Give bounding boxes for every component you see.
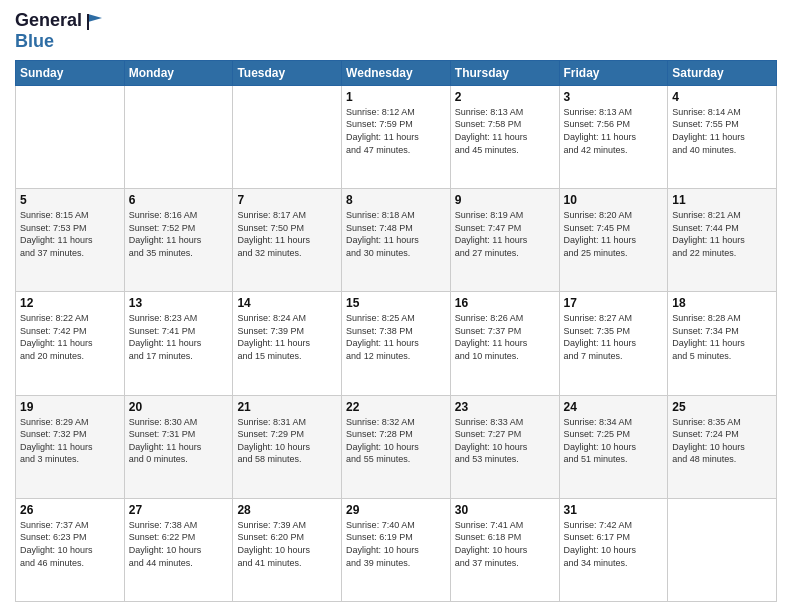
day-info: Sunrise: 8:28 AM Sunset: 7:34 PM Dayligh… (672, 312, 772, 362)
day-info: Sunrise: 8:34 AM Sunset: 7:25 PM Dayligh… (564, 416, 664, 466)
day-number: 16 (455, 296, 555, 310)
calendar-cell: 22Sunrise: 8:32 AM Sunset: 7:28 PM Dayli… (342, 395, 451, 498)
day-info: Sunrise: 8:20 AM Sunset: 7:45 PM Dayligh… (564, 209, 664, 259)
calendar-cell: 29Sunrise: 7:40 AM Sunset: 6:19 PM Dayli… (342, 498, 451, 601)
day-number: 1 (346, 90, 446, 104)
calendar-week-row: 1Sunrise: 8:12 AM Sunset: 7:59 PM Daylig… (16, 85, 777, 188)
day-number: 4 (672, 90, 772, 104)
day-number: 14 (237, 296, 337, 310)
calendar-cell: 28Sunrise: 7:39 AM Sunset: 6:20 PM Dayli… (233, 498, 342, 601)
calendar-week-row: 26Sunrise: 7:37 AM Sunset: 6:23 PM Dayli… (16, 498, 777, 601)
day-number: 24 (564, 400, 664, 414)
day-info: Sunrise: 8:22 AM Sunset: 7:42 PM Dayligh… (20, 312, 120, 362)
calendar-cell: 6Sunrise: 8:16 AM Sunset: 7:52 PM Daylig… (124, 189, 233, 292)
calendar-cell: 12Sunrise: 8:22 AM Sunset: 7:42 PM Dayli… (16, 292, 125, 395)
calendar-cell: 11Sunrise: 8:21 AM Sunset: 7:44 PM Dayli… (668, 189, 777, 292)
header: General Blue (15, 10, 777, 52)
day-info: Sunrise: 7:41 AM Sunset: 6:18 PM Dayligh… (455, 519, 555, 569)
calendar-cell: 10Sunrise: 8:20 AM Sunset: 7:45 PM Dayli… (559, 189, 668, 292)
calendar-week-row: 19Sunrise: 8:29 AM Sunset: 7:32 PM Dayli… (16, 395, 777, 498)
calendar-cell (233, 85, 342, 188)
calendar-cell: 26Sunrise: 7:37 AM Sunset: 6:23 PM Dayli… (16, 498, 125, 601)
weekday-header-monday: Monday (124, 60, 233, 85)
day-number: 30 (455, 503, 555, 517)
day-number: 27 (129, 503, 229, 517)
day-number: 19 (20, 400, 120, 414)
calendar-cell: 25Sunrise: 8:35 AM Sunset: 7:24 PM Dayli… (668, 395, 777, 498)
calendar-week-row: 5Sunrise: 8:15 AM Sunset: 7:53 PM Daylig… (16, 189, 777, 292)
calendar-cell: 8Sunrise: 8:18 AM Sunset: 7:48 PM Daylig… (342, 189, 451, 292)
calendar-cell: 31Sunrise: 7:42 AM Sunset: 6:17 PM Dayli… (559, 498, 668, 601)
day-number: 9 (455, 193, 555, 207)
day-info: Sunrise: 8:15 AM Sunset: 7:53 PM Dayligh… (20, 209, 120, 259)
calendar-cell (668, 498, 777, 601)
day-number: 29 (346, 503, 446, 517)
day-info: Sunrise: 8:33 AM Sunset: 7:27 PM Dayligh… (455, 416, 555, 466)
calendar-cell: 21Sunrise: 8:31 AM Sunset: 7:29 PM Dayli… (233, 395, 342, 498)
calendar-cell: 1Sunrise: 8:12 AM Sunset: 7:59 PM Daylig… (342, 85, 451, 188)
day-number: 8 (346, 193, 446, 207)
day-info: Sunrise: 8:32 AM Sunset: 7:28 PM Dayligh… (346, 416, 446, 466)
day-info: Sunrise: 8:21 AM Sunset: 7:44 PM Dayligh… (672, 209, 772, 259)
calendar-cell: 14Sunrise: 8:24 AM Sunset: 7:39 PM Dayli… (233, 292, 342, 395)
day-info: Sunrise: 8:13 AM Sunset: 7:58 PM Dayligh… (455, 106, 555, 156)
page: General Blue SundayMondayTuesdayWednesda… (0, 0, 792, 612)
day-info: Sunrise: 8:13 AM Sunset: 7:56 PM Dayligh… (564, 106, 664, 156)
day-info: Sunrise: 8:25 AM Sunset: 7:38 PM Dayligh… (346, 312, 446, 362)
day-number: 31 (564, 503, 664, 517)
day-info: Sunrise: 8:30 AM Sunset: 7:31 PM Dayligh… (129, 416, 229, 466)
calendar-cell: 19Sunrise: 8:29 AM Sunset: 7:32 PM Dayli… (16, 395, 125, 498)
day-info: Sunrise: 8:24 AM Sunset: 7:39 PM Dayligh… (237, 312, 337, 362)
day-info: Sunrise: 7:39 AM Sunset: 6:20 PM Dayligh… (237, 519, 337, 569)
logo: General Blue (15, 10, 106, 52)
day-info: Sunrise: 8:27 AM Sunset: 7:35 PM Dayligh… (564, 312, 664, 362)
weekday-header-saturday: Saturday (668, 60, 777, 85)
day-info: Sunrise: 8:26 AM Sunset: 7:37 PM Dayligh… (455, 312, 555, 362)
calendar-cell: 13Sunrise: 8:23 AM Sunset: 7:41 PM Dayli… (124, 292, 233, 395)
calendar-cell: 18Sunrise: 8:28 AM Sunset: 7:34 PM Dayli… (668, 292, 777, 395)
day-number: 10 (564, 193, 664, 207)
weekday-header-friday: Friday (559, 60, 668, 85)
day-number: 7 (237, 193, 337, 207)
calendar-table: SundayMondayTuesdayWednesdayThursdayFrid… (15, 60, 777, 602)
calendar-cell (124, 85, 233, 188)
day-number: 5 (20, 193, 120, 207)
day-info: Sunrise: 8:14 AM Sunset: 7:55 PM Dayligh… (672, 106, 772, 156)
day-number: 26 (20, 503, 120, 517)
day-number: 15 (346, 296, 446, 310)
day-info: Sunrise: 8:18 AM Sunset: 7:48 PM Dayligh… (346, 209, 446, 259)
weekday-header-wednesday: Wednesday (342, 60, 451, 85)
day-number: 25 (672, 400, 772, 414)
day-info: Sunrise: 7:40 AM Sunset: 6:19 PM Dayligh… (346, 519, 446, 569)
day-number: 6 (129, 193, 229, 207)
day-info: Sunrise: 8:35 AM Sunset: 7:24 PM Dayligh… (672, 416, 772, 466)
calendar-cell: 7Sunrise: 8:17 AM Sunset: 7:50 PM Daylig… (233, 189, 342, 292)
day-number: 18 (672, 296, 772, 310)
day-info: Sunrise: 7:37 AM Sunset: 6:23 PM Dayligh… (20, 519, 120, 569)
day-info: Sunrise: 8:31 AM Sunset: 7:29 PM Dayligh… (237, 416, 337, 466)
calendar-cell: 5Sunrise: 8:15 AM Sunset: 7:53 PM Daylig… (16, 189, 125, 292)
day-number: 12 (20, 296, 120, 310)
logo-flag-icon (84, 10, 106, 32)
weekday-header-row: SundayMondayTuesdayWednesdayThursdayFrid… (16, 60, 777, 85)
weekday-header-thursday: Thursday (450, 60, 559, 85)
calendar-cell: 9Sunrise: 8:19 AM Sunset: 7:47 PM Daylig… (450, 189, 559, 292)
day-number: 28 (237, 503, 337, 517)
calendar-cell: 20Sunrise: 8:30 AM Sunset: 7:31 PM Dayli… (124, 395, 233, 498)
svg-marker-0 (88, 14, 102, 22)
logo-text-general: General (15, 11, 82, 31)
day-number: 22 (346, 400, 446, 414)
day-info: Sunrise: 8:23 AM Sunset: 7:41 PM Dayligh… (129, 312, 229, 362)
calendar-cell (16, 85, 125, 188)
calendar-cell: 16Sunrise: 8:26 AM Sunset: 7:37 PM Dayli… (450, 292, 559, 395)
calendar-cell: 4Sunrise: 8:14 AM Sunset: 7:55 PM Daylig… (668, 85, 777, 188)
day-number: 13 (129, 296, 229, 310)
day-number: 3 (564, 90, 664, 104)
day-number: 11 (672, 193, 772, 207)
day-info: Sunrise: 7:38 AM Sunset: 6:22 PM Dayligh… (129, 519, 229, 569)
weekday-header-sunday: Sunday (16, 60, 125, 85)
calendar-cell: 17Sunrise: 8:27 AM Sunset: 7:35 PM Dayli… (559, 292, 668, 395)
day-info: Sunrise: 8:17 AM Sunset: 7:50 PM Dayligh… (237, 209, 337, 259)
calendar-cell: 3Sunrise: 8:13 AM Sunset: 7:56 PM Daylig… (559, 85, 668, 188)
calendar-cell: 23Sunrise: 8:33 AM Sunset: 7:27 PM Dayli… (450, 395, 559, 498)
